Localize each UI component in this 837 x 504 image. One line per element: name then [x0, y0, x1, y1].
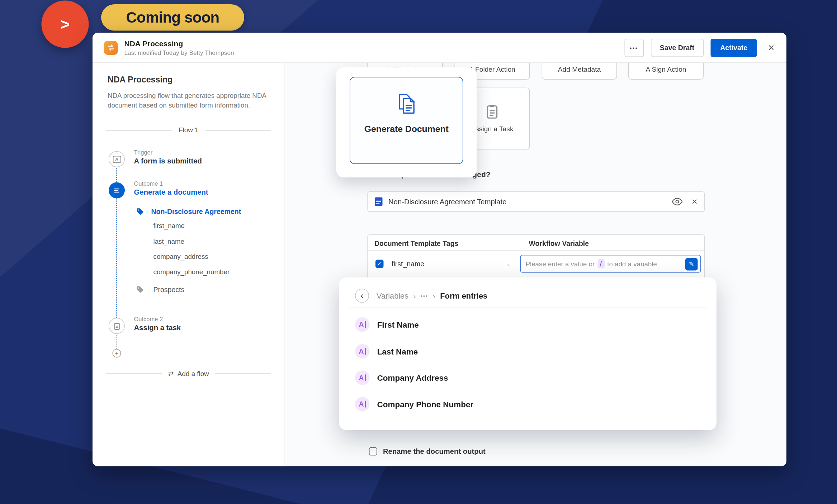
rename-checkbox[interactable] [369, 447, 377, 456]
text-variable-icon: A [355, 317, 370, 332]
text-variable-icon: A [355, 397, 370, 412]
tag-icon [136, 208, 145, 216]
chevron-right-icon: › [433, 291, 435, 300]
outcome1-label: Outcome 1 [134, 180, 163, 187]
variable-input[interactable]: Please enter a value or / to add a varia… [520, 255, 701, 273]
workflow-canvas: A File Action A Folder Action Add Metada… [285, 63, 786, 466]
column-variable: Workflow Variable [529, 239, 589, 248]
table-header: Document Template Tags Workflow Variable [368, 235, 704, 251]
trigger-label: Trigger [134, 149, 153, 156]
breadcrumb-variables[interactable]: Variables [377, 291, 408, 300]
tag-name: first_name [392, 260, 424, 268]
column-tags: Document Template Tags [374, 239, 458, 248]
text-variable-icon: A [355, 371, 370, 385]
more-icon: ••• [630, 44, 638, 51]
outcome2-text[interactable]: Assign a task [134, 324, 181, 332]
document-icon [374, 197, 383, 206]
divider-line [106, 130, 172, 130]
variables-popup: ‹ Variables › ••• › Form entries A First… [339, 277, 717, 430]
text-variable-icon: A [355, 344, 370, 359]
variable-item-company-phone[interactable]: A Company Phone Number [355, 397, 473, 412]
breadcrumb-current: Form entries [440, 291, 487, 300]
clipboard-icon [484, 103, 500, 119]
flow-title: NDA Processing [108, 75, 172, 85]
variable-item-last-name[interactable]: A Last Name [355, 344, 418, 359]
back-button[interactable]: ‹ [355, 289, 369, 303]
folder-tag-icon [136, 286, 145, 294]
tree-field[interactable]: first_name [153, 222, 185, 230]
window-titles: NDA Processing Last modified Today by Be… [124, 39, 234, 56]
variable-item-first-name[interactable]: A First Name [355, 317, 419, 332]
form-icon: A [113, 156, 121, 163]
more-button[interactable]: ••• [624, 38, 644, 57]
flow-label: Flow 1 [179, 127, 198, 134]
folder-tree-item[interactable]: Prospects [153, 286, 185, 294]
popup-divider [349, 308, 707, 308]
action-card-label: A Sign Action [646, 65, 686, 73]
variable-item-company-address[interactable]: A Company Address [355, 371, 448, 385]
coming-soon-badge: Coming soon [101, 4, 244, 31]
coming-soon-label: Coming soon [126, 9, 219, 26]
add-flow-label: Add a flow [178, 370, 209, 377]
template-selector[interactable]: Non-Disclosure Agreement Template ✕ [368, 191, 705, 212]
timeline-connector [116, 335, 117, 349]
template-tree-item[interactable]: Non-Disclosure Agreement [151, 208, 241, 216]
trigger-node-icon[interactable]: A [109, 151, 125, 167]
add-flow-button[interactable]: ⇄ Add a flow [168, 370, 209, 378]
outcome1-node-icon[interactable] [109, 182, 125, 199]
tag-checkbox[interactable]: ✓ [375, 260, 384, 268]
window-close-icon[interactable]: ✕ [768, 43, 775, 52]
generate-document-label: Generate Document [350, 124, 463, 134]
placeholder-prefix: Please enter a value or [526, 260, 595, 267]
activate-button[interactable]: Activate [710, 38, 757, 57]
tree-field[interactable]: last_name [153, 238, 185, 245]
slash-key-chip: / [597, 259, 605, 268]
rename-output-row[interactable]: Rename the document output [369, 447, 486, 456]
rename-label: Rename the document output [383, 447, 486, 456]
table-row: ✓ first_name → Please enter a value or /… [368, 251, 704, 277]
add-flow-divider: ⇄ Add a flow [106, 370, 271, 378]
relay-logo-icon [104, 41, 118, 54]
edit-variable-button[interactable]: ✎ [685, 258, 698, 270]
divider-line [205, 130, 271, 130]
app-window: NDA Processing Last modified Today by Be… [93, 33, 786, 466]
tree-field[interactable]: company_address [153, 253, 208, 260]
arrow-mark: > [60, 15, 70, 33]
documents-icon [394, 91, 419, 116]
action-card-label: Add Metadata [558, 65, 601, 73]
add-outcome-button[interactable]: + [113, 349, 121, 358]
save-draft-button[interactable]: Save Draft [651, 38, 703, 57]
window-title: NDA Processing [124, 39, 234, 48]
flow-sidebar: NDA Processing NDA processing flow that … [93, 63, 285, 466]
window-subtitle: Last modified Today by Betty Thompson [124, 49, 234, 56]
template-name: Non-Disclosure Agreement Template [388, 198, 506, 206]
flow-description: NDA processing flow that generates appro… [108, 91, 272, 110]
tree-field[interactable]: company_phone_number [153, 268, 230, 276]
generate-document-popup: Generate Document [336, 67, 477, 178]
window-header: NDA Processing Last modified Today by Be… [93, 33, 786, 63]
divider-line [106, 373, 162, 374]
action-card-metadata[interactable]: Add Metadata [542, 63, 617, 80]
outcome2-label: Outcome 2 [134, 316, 163, 322]
breadcrumb: Variables › ••• › Form entries [377, 290, 487, 301]
flow-divider: Flow 1 [106, 127, 271, 134]
breadcrumb-ellipsis[interactable]: ••• [421, 293, 428, 299]
action-card-sign[interactable]: A Sign Action [628, 63, 704, 80]
stage: > Coming soon NDA Processing Last modifi… [0, 0, 837, 504]
chevron-right-icon: › [413, 291, 416, 300]
alert-circle: > [42, 1, 89, 48]
header-actions: ••• Save Draft Activate ✕ [624, 38, 775, 57]
remove-template-icon[interactable]: ✕ [691, 198, 698, 206]
trigger-text[interactable]: A form is submitted [134, 157, 202, 165]
outcome1-text[interactable]: Generate a document [134, 188, 208, 196]
placeholder-suffix: to add a variable [607, 260, 657, 267]
outcome2-node-icon[interactable] [109, 318, 125, 334]
preview-eye-icon[interactable] [672, 198, 683, 206]
arrow-right-icon: → [502, 259, 511, 268]
divider-line [216, 373, 271, 374]
generate-document-card[interactable]: Generate Document [350, 77, 463, 164]
swap-icon: ⇄ [168, 370, 174, 378]
